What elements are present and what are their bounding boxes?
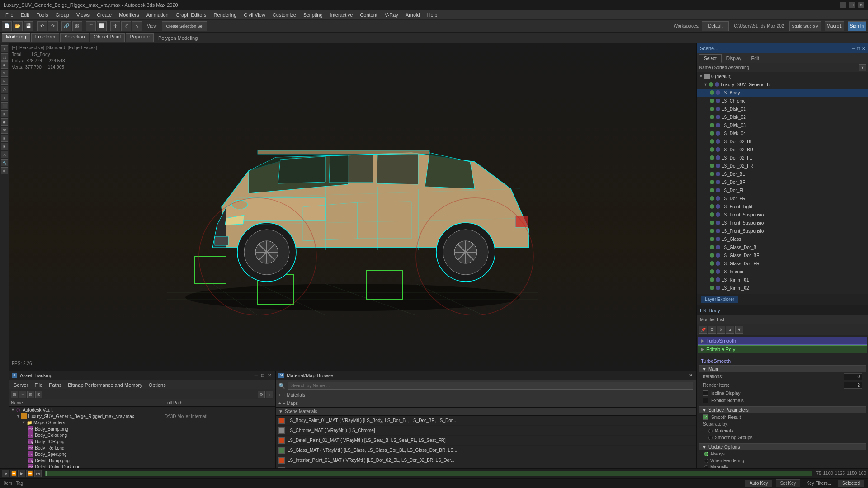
mat-row-4[interactable]: LS_Interior_Paint_01_MAT ( VRayMtl ) [LS… bbox=[276, 455, 696, 465]
menu-file[interactable]: File bbox=[2, 11, 17, 19]
se-close-btn[interactable]: ✕ bbox=[862, 46, 865, 51]
materials-section-header[interactable]: + + Materials bbox=[276, 391, 696, 399]
select-button[interactable]: ⬚ bbox=[86, 21, 96, 31]
se-row-ls-dor02br[interactable]: LS_Dor_02_BR bbox=[697, 145, 868, 154]
menu-interactive[interactable]: Interactive bbox=[326, 11, 357, 19]
tree-root[interactable]: ▼ ⬡ Autodesk Vault bbox=[9, 407, 275, 413]
left-tool-15[interactable]: 🔧 bbox=[1, 159, 8, 166]
menu-tools[interactable]: Tools bbox=[33, 11, 52, 19]
texture-body-ior[interactable]: img Body_IOR.png bbox=[9, 438, 275, 445]
redo-button[interactable]: ↷ bbox=[48, 21, 58, 31]
maps-section-header[interactable]: + + Maps bbox=[276, 399, 696, 408]
menu-views[interactable]: Views bbox=[73, 11, 93, 19]
se-row-ls-disk02[interactable]: LS_Disk_02 bbox=[697, 113, 868, 121]
timeline-track[interactable] bbox=[45, 471, 812, 476]
left-tool-7[interactable]: ⌖ bbox=[1, 94, 8, 101]
main-section-header[interactable]: ▼ Main bbox=[699, 366, 866, 372]
left-tool-9[interactable]: ⊞ bbox=[1, 110, 8, 117]
plugin-btn[interactable]: Squid Studio v bbox=[789, 21, 821, 31]
mat-search-input[interactable] bbox=[288, 382, 693, 390]
menu-scripting[interactable]: Scripting bbox=[300, 11, 326, 19]
at-tb-6[interactable]: ↑ bbox=[266, 391, 273, 398]
se-row-ls-interior[interactable]: LS_Interior bbox=[697, 267, 868, 276]
when-rendering-radio[interactable] bbox=[704, 459, 708, 463]
mb-close-btn[interactable]: ✕ bbox=[688, 373, 693, 378]
texture-body-spec[interactable]: img Body_Spec.png bbox=[9, 451, 275, 457]
left-tool-4[interactable]: ✎ bbox=[1, 70, 8, 77]
render-iters-value[interactable]: 2 bbox=[844, 382, 862, 389]
at-tb-2[interactable]: ≡ bbox=[19, 391, 26, 398]
mat-row-3[interactable]: LS_Glass_MAT ( VRayMtl ) [LS_Glass, LS_G… bbox=[276, 446, 696, 455]
se-row-ls-frontsusp1[interactable]: LS_Front_Suspensio bbox=[697, 211, 868, 219]
texture-body-bump[interactable]: img Body_Bump.png bbox=[9, 426, 275, 432]
se-row-ls-disk03[interactable]: LS_Disk_03 bbox=[697, 121, 868, 129]
object-paint-tab[interactable]: Object Paint bbox=[90, 33, 125, 42]
left-tool-13[interactable]: ⊗ bbox=[1, 143, 8, 150]
left-tool-2[interactable]: ⬚ bbox=[1, 53, 8, 61]
left-tool-14[interactable]: △ bbox=[1, 151, 8, 158]
menu-group[interactable]: Group bbox=[52, 11, 73, 19]
close-button[interactable]: ✕ bbox=[858, 2, 864, 8]
se-row-ls-glassdorfr[interactable]: LS_Glass_Dor_FR bbox=[697, 259, 868, 267]
macro-btn[interactable]: Macro1 bbox=[825, 21, 844, 31]
layer-explorer-btn[interactable]: Layer Explorer bbox=[701, 296, 738, 303]
tree-subfolder[interactable]: ▼ 📁 Maps / Shaders bbox=[9, 419, 275, 426]
menu-v-ray[interactable]: V-Ray bbox=[381, 11, 402, 19]
se-row-ls-dorfl[interactable]: LS_Dor_FL bbox=[697, 186, 868, 194]
se-row-ls-dorbr[interactable]: LS_Dor_BR bbox=[697, 178, 868, 186]
at-paths-menu[interactable]: Paths bbox=[46, 381, 64, 389]
se-row-suv[interactable]: ▼ Luxury_SUV_Generic_B bbox=[697, 80, 868, 89]
texture-deteil-bump[interactable]: img Deteil_Bump.png bbox=[9, 457, 275, 464]
menu-rendering[interactable]: Rendering bbox=[210, 11, 241, 19]
left-tool-3[interactable]: ⊕ bbox=[1, 61, 8, 69]
link-button[interactable]: 🔗 bbox=[61, 21, 71, 31]
set-key-btn[interactable]: Set Key bbox=[776, 479, 800, 487]
maximize-button[interactable]: □ bbox=[849, 2, 855, 8]
menu-edit[interactable]: Edit bbox=[17, 11, 33, 19]
populate-tab[interactable]: Populate bbox=[126, 33, 153, 42]
selection-tab[interactable]: Selection bbox=[60, 33, 89, 42]
menu-animation[interactable]: Animation bbox=[143, 11, 172, 19]
editable-poly-modifier[interactable]: ▶ Editable Poly bbox=[698, 345, 867, 353]
mod-tb-pin[interactable]: 📌 bbox=[699, 326, 707, 334]
viewport-main[interactable]: [+] [Perspective] [Standard] [Edged Face… bbox=[9, 43, 696, 371]
at-file-menu[interactable]: File bbox=[32, 381, 45, 389]
se-row-ls-dorbl[interactable]: LS_Dor_BL bbox=[697, 170, 868, 178]
workspace-value[interactable]: Default bbox=[702, 21, 729, 31]
se-row-ls-frontlight[interactable]: LS_Front_Light bbox=[697, 202, 868, 211]
tl-prev-btn[interactable]: ⏪ bbox=[10, 470, 17, 477]
at-maximize-btn[interactable]: □ bbox=[260, 373, 265, 378]
se-list[interactable]: ▼ 0 (default) ▼ Luxury_SUV_Generic_B LS_… bbox=[697, 72, 868, 294]
menu-content[interactable]: Content bbox=[356, 11, 381, 19]
menu-civil-view[interactable]: Civil View bbox=[240, 11, 269, 19]
menu-arnold[interactable]: Arnold bbox=[402, 11, 424, 19]
left-tool-11[interactable]: ⌘ bbox=[1, 127, 8, 134]
window-controls[interactable]: ─ □ ✕ bbox=[840, 2, 864, 8]
explicit-normals-checkbox[interactable] bbox=[703, 398, 708, 403]
at-tb-5[interactable]: ⚙ bbox=[258, 391, 265, 398]
materials-radio[interactable] bbox=[708, 429, 713, 433]
tree-file[interactable]: ▼ Luxury_SUV_Generic_Beige_Rigged_max_vr… bbox=[9, 413, 275, 419]
key-filters-btn[interactable]: Key Filters... bbox=[804, 480, 835, 487]
mod-tb-up[interactable]: ▲ bbox=[726, 326, 734, 334]
se-row-ls-frontsusp2[interactable]: LS_Front_Suspensio bbox=[697, 219, 868, 227]
mat-row-2[interactable]: LS_Deteil_Paint_01_MAT ( VRayMtl ) [LS_S… bbox=[276, 436, 696, 446]
select-region-button[interactable]: ⬜ bbox=[97, 21, 107, 31]
se-row-ls-body[interactable]: LS_Body bbox=[697, 89, 868, 97]
minimize-button[interactable]: ─ bbox=[840, 2, 846, 8]
se-row-ls-glassdorbl[interactable]: LS_Glass_Dor_BL bbox=[697, 243, 868, 251]
mat-row-1[interactable]: LS_Chrome_MAT ( VRayMtl ) [LS_Chrome] bbox=[276, 426, 696, 436]
menu-modifiers[interactable]: Modifiers bbox=[115, 11, 143, 19]
left-tool-1[interactable]: + bbox=[1, 45, 8, 52]
isoline-checkbox[interactable] bbox=[703, 390, 708, 396]
save-button[interactable]: 💾 bbox=[24, 21, 33, 31]
left-tool-12[interactable]: ⊙ bbox=[1, 135, 8, 142]
menu-graph-editors[interactable]: Graph Editors bbox=[172, 11, 210, 19]
texture-body-refl[interactable]: img Body_Refl.png bbox=[9, 445, 275, 451]
menu-customize[interactable]: Customize bbox=[269, 11, 300, 19]
left-tool-5[interactable]: ✂ bbox=[1, 78, 8, 85]
se-row-ls-rimm02[interactable]: LS_Rimm_02 bbox=[697, 284, 868, 292]
at-server-menu[interactable]: Server bbox=[11, 381, 31, 389]
at-tb-3[interactable]: ⊟ bbox=[27, 391, 34, 398]
se-row-ls-rimm01[interactable]: LS_Rimm_01 bbox=[697, 276, 868, 284]
